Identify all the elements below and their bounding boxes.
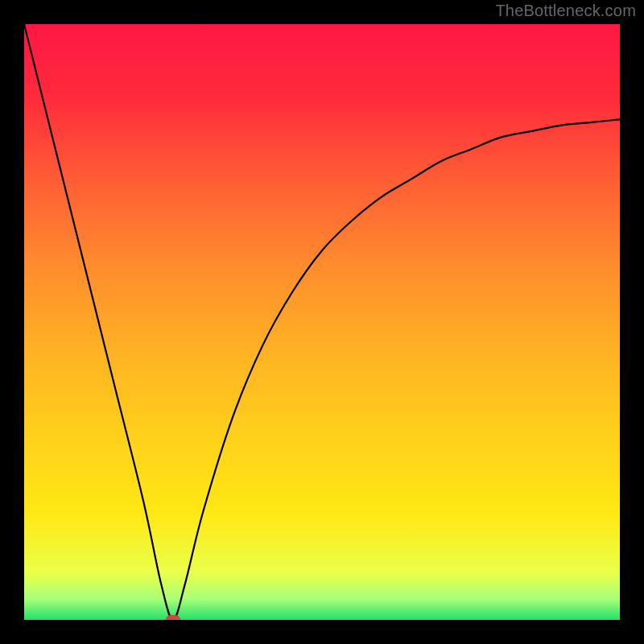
minimum-marker	[166, 615, 180, 620]
bottleneck-curve	[24, 24, 620, 620]
watermark-label: TheBottleneck.com	[495, 2, 636, 20]
chart-frame: TheBottleneck.com	[0, 0, 644, 644]
plot-area	[24, 24, 620, 620]
